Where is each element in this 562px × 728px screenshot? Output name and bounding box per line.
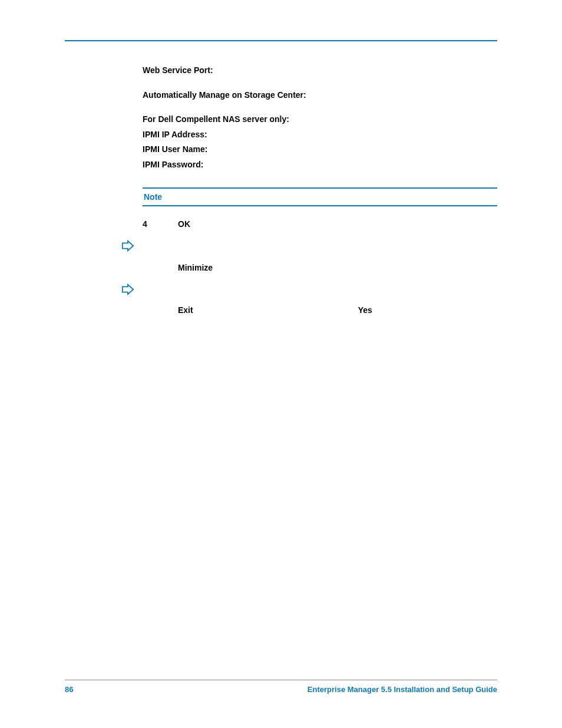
note-label: Note xyxy=(144,192,162,202)
field-web-service-port: Web Service Port: xyxy=(143,65,497,77)
page-footer: 86 Enterprise Manager 5.5 Installation a… xyxy=(65,680,497,694)
step-row: 4 OK xyxy=(143,219,497,229)
guide-title: Enterprise Manager 5.5 Installation and … xyxy=(308,685,497,694)
step-text: OK xyxy=(178,219,190,229)
top-divider xyxy=(65,40,497,41)
field-ipmi-user: IPMI User Name: xyxy=(143,144,497,156)
field-auto-manage: Automatically Manage on Storage Center: xyxy=(143,90,497,101)
note-box: Note xyxy=(143,187,497,206)
field-ipmi-pass: IPMI Password: xyxy=(143,159,497,171)
action-yes: Yes xyxy=(358,305,372,315)
action-minimize: Minimize xyxy=(178,263,497,272)
page-number: 86 xyxy=(65,685,73,694)
arrow-right-icon xyxy=(121,283,134,296)
arrow-right-icon xyxy=(121,239,134,252)
field-nas-only: For Dell Compellent NAS server only: xyxy=(143,114,497,126)
field-ipmi-ip: IPMI IP Address: xyxy=(143,129,497,141)
step-number: 4 xyxy=(143,219,178,229)
action-exit: Exit xyxy=(178,305,193,315)
